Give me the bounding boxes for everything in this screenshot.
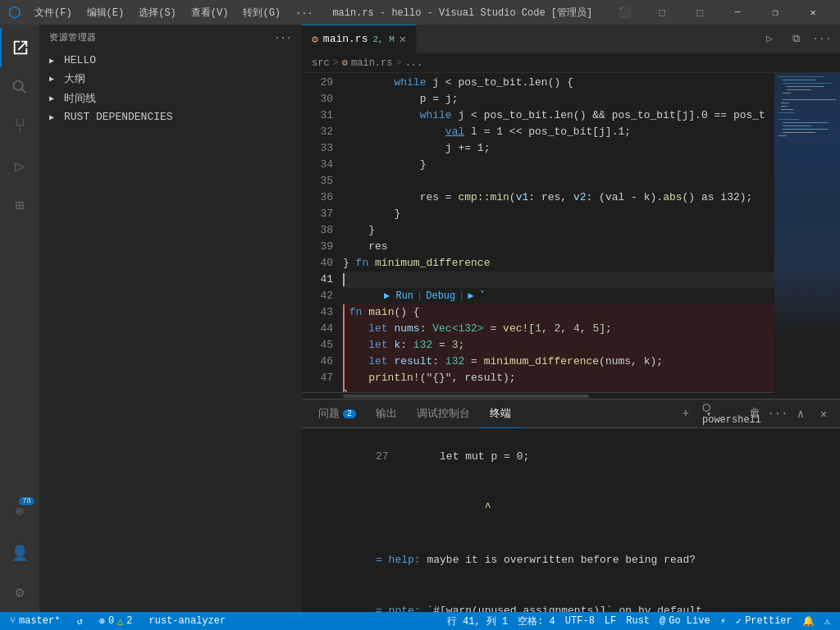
code-editor[interactable]: 29 30 31 32 33 34 35 36 37 38 39 40 41 4… (302, 73, 774, 399)
status-sync[interactable]: ↺ (73, 612, 85, 630)
menu-file[interactable]: 文件(F) (28, 4, 79, 21)
breadcrumb-sep1: > (333, 57, 339, 69)
code-line-30: p = j; (343, 91, 774, 107)
sidebar-item-timeline-label: 时间线 (64, 91, 96, 106)
tab-main-rs[interactable]: ⚙ main.rs 2, M ✕ (302, 25, 417, 53)
sidebar-section-hello: ▶ HELLO ▶ 大纲 ▶ 时间线 ▶ RUST DEPENDENCIES (39, 50, 302, 127)
window-controls[interactable]: ⬛ ⬚ ⬚ — ❐ ✕ (605, 0, 832, 25)
status-prettier[interactable]: ✓ Prettier (733, 612, 796, 630)
run-link[interactable]: ▶ Run (384, 288, 413, 304)
status-git-branch[interactable]: ⑂ master* (7, 612, 63, 630)
prettier-checkmark: ✓ (736, 615, 742, 628)
code-line-44: let k: i32 = 3; (343, 337, 774, 354)
window-layout-btn[interactable]: ⬛ (605, 0, 643, 25)
tab-label: main.rs (323, 33, 368, 45)
tab-actions[interactable]: ▷ ⧉ ··· (758, 27, 840, 50)
activity-item-extensions[interactable]: ⊞ (0, 185, 39, 225)
sidebar-item-timeline[interactable]: ▶ 时间线 (39, 89, 302, 108)
menu-select[interactable]: 选择(S) (132, 4, 183, 21)
menu-goto[interactable]: 转到(G) (236, 4, 287, 21)
sidebar-item-hello[interactable]: ▶ HELLO (39, 52, 302, 69)
titlebar: ⬡ 文件(F) 编辑(E) 选择(S) 查看(V) 转到(G) ... main… (0, 0, 840, 25)
output-label: 输出 (376, 406, 397, 421)
svg-rect-4 (783, 83, 832, 84)
run-btn[interactable]: ▷ (758, 27, 781, 50)
panel-close-btn[interactable]: ✕ (814, 404, 833, 423)
svg-rect-14 (783, 122, 828, 123)
breadcrumb-file[interactable]: main.rs (351, 57, 392, 69)
terminal-content[interactable]: 27 let mut p = 0; ^ = help: maybe it is … (302, 428, 840, 612)
activity-item-git[interactable]: ⑂ (0, 107, 39, 146)
warning-bell-icon: ⚠ (824, 615, 830, 628)
panel-tab-output[interactable]: 输出 (366, 399, 407, 428)
sidebar-item-outline[interactable]: ▶ 大纲 (39, 69, 302, 89)
activity-item-settings[interactable]: ⚙ (0, 573, 39, 612)
new-terminal-btn[interactable]: + (676, 404, 696, 423)
breadcrumb-file-icon: ⚙ (342, 57, 348, 69)
status-bell[interactable]: 🔔 (799, 612, 818, 630)
terminal-more-btn[interactable]: ··· (768, 404, 788, 423)
menu-edit[interactable]: 编辑(E) (80, 4, 131, 21)
panel-tab-debug[interactable]: 调试控制台 (407, 399, 480, 428)
menu-bar[interactable]: 文件(F) 编辑(E) 选择(S) 查看(V) 转到(G) ... (28, 4, 320, 21)
activity-item-run[interactable]: ▷ (0, 146, 39, 185)
code-lines[interactable]: while j < pos_to_bit.len() { p = j; whil… (343, 73, 774, 392)
panel-tab-terminal[interactable]: 终端 (480, 399, 521, 428)
activity-item-accounts[interactable]: 👤 (0, 533, 39, 573)
status-language[interactable]: Rust (623, 612, 653, 630)
sidebar-item-hello-label: HELLO (64, 54, 96, 66)
panel-tab-problems[interactable]: 问题 2 (308, 399, 366, 428)
window-layout-btn2[interactable]: ⬚ (643, 0, 681, 25)
chevron-right-icon: ▶ (49, 56, 62, 66)
git-branch-label: master* (19, 615, 60, 627)
panel-tabs: 问题 2 输出 调试控制台 终端 + ▾ ⬡ powershell (302, 399, 840, 428)
menu-view[interactable]: 查看(V) (185, 4, 235, 21)
terminal-type-btn[interactable]: ⬡ powershell (722, 404, 742, 423)
status-position[interactable]: 行 41, 列 1 (444, 612, 511, 630)
sidebar-header: 资源管理器 ··· (39, 25, 302, 50)
breadcrumb-src[interactable]: src (312, 57, 330, 69)
sidebar-title: 资源管理器 (49, 31, 97, 43)
panel-area: 问题 2 输出 调试控制台 终端 + ▾ ⬡ powershell (302, 399, 840, 612)
activity-item-search[interactable] (0, 67, 39, 107)
status-spaces[interactable]: 空格: 4 (514, 612, 559, 630)
encoding-label: UTF-8 (565, 615, 595, 627)
horizontal-scrollbar[interactable] (302, 392, 774, 399)
breadcrumb-symbol[interactable]: ... (405, 57, 423, 69)
warning-count: 2 (126, 615, 132, 627)
status-rust-analyzer[interactable]: rust-analyzer (146, 612, 230, 630)
code-area[interactable]: 29 30 31 32 33 34 35 36 37 38 39 40 41 4… (302, 73, 774, 392)
config-link[interactable]: ▶ ˅ (468, 288, 484, 304)
debug-link[interactable]: Debug (426, 288, 455, 304)
tab-badge: 2, M (372, 34, 394, 44)
activity-bar: ⑂ ▷ ⊞ ◎ 78 👤 ⚙ (0, 25, 39, 612)
split-editor-btn[interactable]: ⧉ (784, 27, 807, 50)
status-encoding[interactable]: UTF-8 (562, 612, 598, 630)
window-minimize-btn[interactable]: — (719, 0, 756, 25)
activity-item-explorer[interactable] (0, 28, 39, 67)
activity-item-remote[interactable]: ◎ 78 (0, 491, 39, 530)
eol-label: LF (605, 615, 616, 627)
code-line-41 (343, 272, 774, 288)
clear-terminal-btn[interactable]: 🗑 (745, 404, 765, 423)
more-actions-btn[interactable]: ··· (810, 27, 833, 50)
window-close-btn[interactable]: ✕ (794, 0, 832, 25)
window-maximize-btn[interactable]: ❐ (756, 0, 794, 25)
panel-maximize-btn[interactable]: ∧ (791, 404, 810, 423)
sidebar-actions[interactable]: ··· (275, 33, 292, 43)
window-layout-btn3[interactable]: ⬚ (681, 0, 719, 25)
status-warning-bell[interactable]: ⚠ (821, 612, 833, 630)
status-lightning[interactable]: ⚡ (717, 612, 729, 630)
sidebar-action-btn[interactable]: ··· (275, 33, 292, 43)
status-eol[interactable]: LF (601, 612, 619, 630)
run-debug-bar[interactable]: ▶ Run | Debug | ▶ ˅ (343, 288, 774, 304)
panel-actions[interactable]: + ▾ ⬡ powershell 🗑 ··· ∧ ✕ (676, 404, 833, 423)
status-errors[interactable]: ⊗ 0 △ 2 (96, 612, 136, 630)
menu-more[interactable]: ... (289, 4, 320, 21)
status-go-live[interactable]: @ Go Live (656, 612, 714, 630)
sidebar-item-rust-deps[interactable]: ▶ RUST DEPENDENCIES (39, 108, 302, 126)
code-line-29: while j < pos_to_bit.len() { (343, 75, 774, 91)
terminal-line-help: = help: maybe it is overwritten before b… (302, 535, 840, 586)
svg-rect-13 (778, 119, 799, 120)
tab-close-btn[interactable]: ✕ (399, 32, 406, 46)
